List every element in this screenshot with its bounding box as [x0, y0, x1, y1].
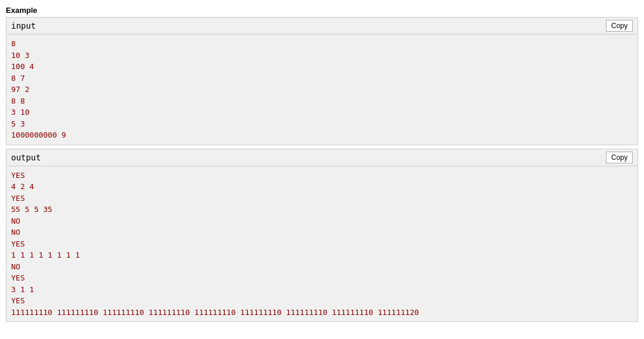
input-block: input Copy 8 10 3 100 4 8 7 97 2 8 8 3 1…	[6, 17, 638, 145]
input-copy-button[interactable]: Copy	[606, 20, 633, 32]
input-block-header: input Copy	[6, 18, 638, 35]
output-block-content: YES 4 2 4 YES 55 5 5 35 NO NO YES 1 1 1 …	[6, 166, 638, 322]
output-block-label: output	[11, 153, 41, 162]
output-block-header: output Copy	[6, 149, 638, 166]
input-block-content: 8 10 3 100 4 8 7 97 2 8 8 3 10 5 3 10000…	[6, 35, 638, 145]
page-title: Example	[6, 6, 638, 15]
output-copy-button[interactable]: Copy	[606, 152, 633, 163]
input-block-label: input	[11, 21, 36, 30]
output-block: output Copy YES 4 2 4 YES 55 5 5 35 NO N…	[6, 149, 638, 323]
